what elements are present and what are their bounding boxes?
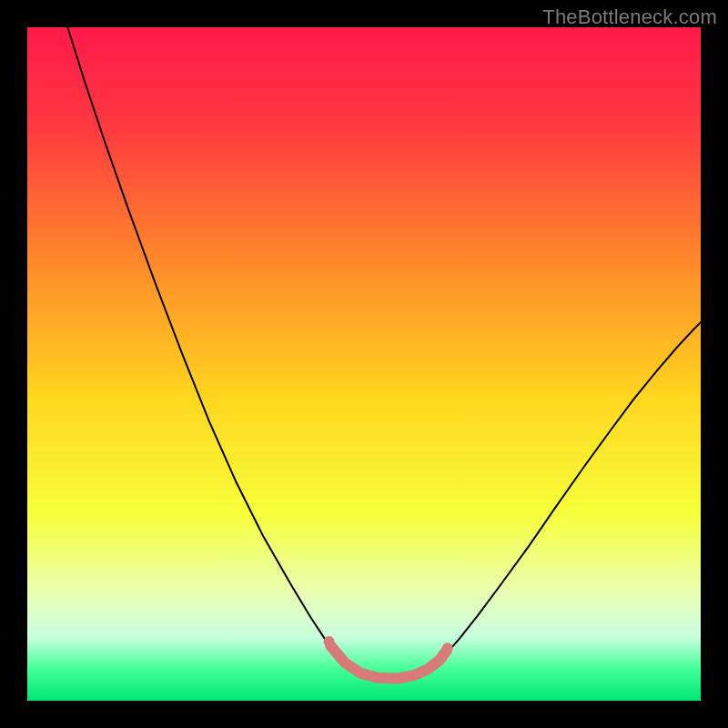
highlight-dot-0 bbox=[324, 636, 335, 647]
gradient-background bbox=[27, 27, 701, 701]
watermark-text: TheBottleneck.com bbox=[542, 5, 717, 29]
chart-frame: TheBottleneck.com bbox=[0, 0, 728, 728]
plot-area bbox=[27, 27, 701, 701]
highlight-dot-1 bbox=[442, 642, 453, 653]
chart-svg bbox=[27, 27, 701, 701]
